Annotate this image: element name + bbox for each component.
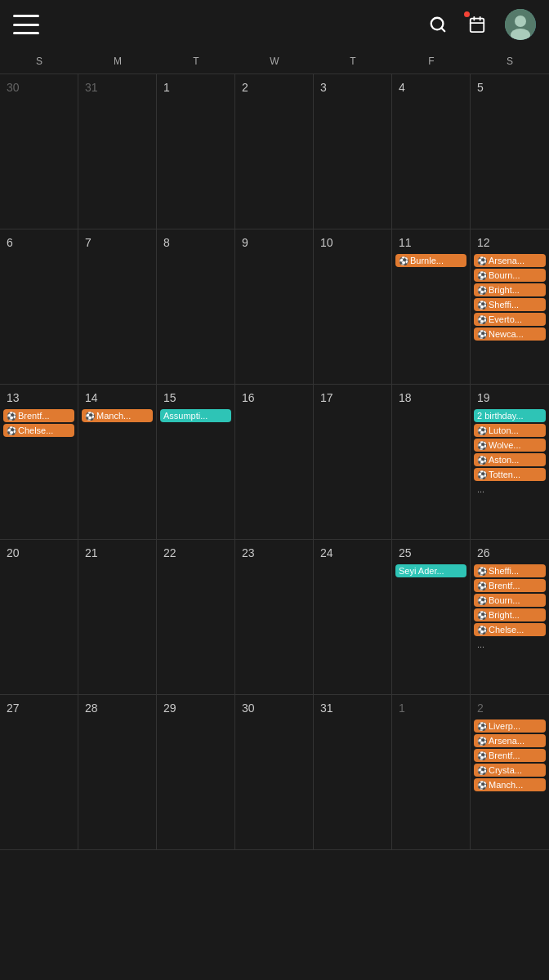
svg-rect-2: [471, 19, 484, 32]
calendar-cell-1-6[interactable]: 12Arsena...Bourn...Bright...Sheffi...Eve…: [471, 229, 549, 385]
calendar-cell-3-6[interactable]: 26Sheffi...Brentf...Bourn...Bright...Che…: [471, 540, 549, 695]
day-header-thu: T: [314, 49, 392, 74]
event-item[interactable]: Bright...: [474, 283, 546, 296]
date-number: 11: [395, 234, 415, 251]
event-item[interactable]: Wolve...: [474, 439, 546, 452]
event-item[interactable]: 2 birthday...: [474, 409, 546, 422]
calendar-cell-0-4[interactable]: 3: [314, 74, 392, 229]
date-number: 7: [82, 234, 95, 251]
calendar-cell-3-4[interactable]: 24: [314, 540, 392, 695]
event-item[interactable]: Manch...: [82, 409, 153, 422]
date-number: 31: [317, 700, 337, 716]
calendar-cell-4-1[interactable]: 28: [78, 695, 157, 850]
calendar-cell-1-5[interactable]: 11Burnle...: [392, 229, 471, 385]
calendar-cell-1-2[interactable]: 8: [157, 229, 235, 385]
date-number: 1: [160, 79, 173, 96]
event-item[interactable]: Aston...: [474, 453, 546, 466]
date-number: 29: [160, 700, 180, 716]
calendar-cell-2-6[interactable]: 192 birthday...Luton...Wolve...Aston...T…: [471, 385, 549, 540]
header-actions: [426, 9, 536, 40]
calendar-cell-2-4[interactable]: 17: [314, 385, 392, 540]
date-number: 16: [239, 390, 258, 406]
date-number: 24: [317, 545, 337, 561]
calendar-cell-0-6[interactable]: 5: [471, 74, 549, 229]
event-item[interactable]: Manch...: [474, 778, 546, 791]
calendar-cell-4-4[interactable]: 31: [314, 695, 392, 850]
date-number: 2: [474, 700, 487, 716]
date-number: 1: [395, 700, 408, 716]
calendar-cell-3-5[interactable]: 25Seyi Ader...: [392, 540, 471, 695]
event-item[interactable]: Arsena...: [474, 254, 546, 267]
event-item[interactable]: Newca...: [474, 327, 546, 341]
event-item[interactable]: Bright...: [474, 608, 546, 621]
calendar-cell-3-1[interactable]: 21: [78, 540, 157, 695]
date-number: 21: [82, 545, 101, 561]
date-number: 10: [317, 234, 337, 251]
date-number: 5: [474, 79, 487, 96]
day-header-tue: T: [157, 49, 235, 74]
calendar-cell-1-0[interactable]: 6: [0, 229, 78, 385]
event-item[interactable]: Crysta...: [474, 764, 546, 777]
calendar-cell-2-0[interactable]: 13Brentf...Chelse...: [0, 385, 78, 540]
calendar-cell-4-5[interactable]: 1: [392, 695, 471, 850]
day-header-sat: S: [471, 49, 549, 74]
date-number: 9: [239, 234, 252, 251]
event-item[interactable]: Totten...: [474, 468, 546, 481]
calendar-cell-0-1[interactable]: 31: [78, 74, 157, 229]
event-item[interactable]: Sheffi...: [474, 564, 546, 577]
date-number: 4: [395, 79, 408, 96]
calendar-cell-1-3[interactable]: 9: [235, 229, 314, 385]
calendar-cell-2-2[interactable]: 15Assumpti...: [157, 385, 235, 540]
event-item[interactable]: Chelse...: [3, 424, 74, 437]
calendar-cell-1-4[interactable]: 10: [314, 229, 392, 385]
date-number: 23: [239, 545, 258, 561]
day-header-fri: F: [392, 49, 471, 74]
date-number: 6: [3, 234, 16, 251]
calendar-grid: 30311234567891011Burnle...12Arsena...Bou…: [0, 74, 549, 850]
calendar-cell-0-0[interactable]: 30: [0, 74, 78, 229]
date-number: 30: [3, 79, 23, 96]
event-item[interactable]: Brentf...: [474, 749, 546, 762]
event-item[interactable]: Bourn...: [474, 269, 546, 282]
more-events[interactable]: ...: [474, 483, 546, 496]
event-item[interactable]: Brentf...: [474, 579, 546, 592]
menu-button[interactable]: [13, 15, 39, 34]
avatar[interactable]: [505, 9, 536, 40]
event-item[interactable]: Chelse...: [474, 623, 546, 636]
event-item[interactable]: Sheffi...: [474, 298, 546, 311]
event-item[interactable]: Bourn...: [474, 594, 546, 607]
date-number: 8: [160, 234, 173, 251]
event-item[interactable]: Burnle...: [395, 254, 466, 267]
calendar-cell-0-5[interactable]: 4: [392, 74, 471, 229]
date-number: 25: [395, 545, 415, 561]
calendar-cell-3-3[interactable]: 23: [235, 540, 314, 695]
calendar-cell-2-3[interactable]: 16: [235, 385, 314, 540]
date-number: 18: [395, 390, 415, 406]
calendar-cell-4-2[interactable]: 29: [157, 695, 235, 850]
calendar-cell-2-5[interactable]: 18: [392, 385, 471, 540]
calendar-cell-3-2[interactable]: 22: [157, 540, 235, 695]
event-item[interactable]: Seyi Ader...: [395, 564, 466, 577]
event-item[interactable]: Arsena...: [474, 734, 546, 747]
event-item[interactable]: Luton...: [474, 424, 546, 437]
event-item[interactable]: Liverp...: [474, 719, 546, 733]
search-icon[interactable]: [426, 13, 449, 36]
calendar-cell-0-2[interactable]: 1: [157, 74, 235, 229]
notification-dot: [464, 11, 470, 17]
calendar-cell-1-1[interactable]: 7: [78, 229, 157, 385]
event-item[interactable]: Brentf...: [3, 409, 74, 422]
calendar-cell-4-6[interactable]: 2Liverp...Arsena...Brentf...Crysta...Man…: [471, 695, 549, 850]
calendar-cell-4-3[interactable]: 30: [235, 695, 314, 850]
event-item[interactable]: Assumpti...: [160, 409, 231, 422]
calendar-cell-2-1[interactable]: 14Manch...: [78, 385, 157, 540]
event-item[interactable]: Everto...: [474, 313, 546, 326]
date-number: 30: [239, 700, 258, 716]
date-number: 15: [160, 390, 180, 406]
calendar-cell-0-3[interactable]: 2: [235, 74, 314, 229]
svg-line-1: [441, 28, 444, 31]
calendar-cell-3-0[interactable]: 20: [0, 540, 78, 695]
day-header-sun: S: [0, 49, 78, 74]
more-events[interactable]: ...: [474, 638, 546, 651]
calendar-cell-4-0[interactable]: 27: [0, 695, 78, 850]
calendar-view-icon[interactable]: [466, 13, 489, 36]
